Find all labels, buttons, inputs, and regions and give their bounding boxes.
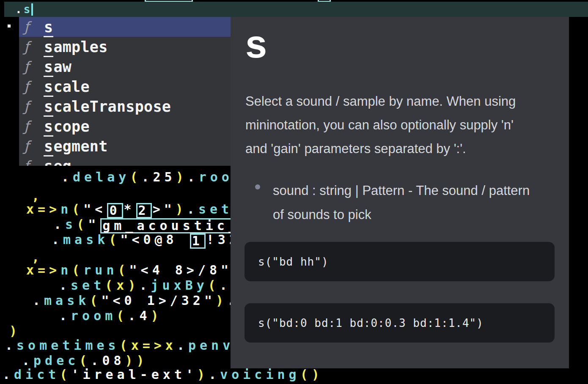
code-token: . <box>59 278 71 293</box>
autocomplete-item-label: saw <box>44 58 71 75</box>
code-token: "<4 8>/8" <box>129 263 233 277</box>
code-token: ) <box>176 170 187 184</box>
function-icon: ƒ <box>24 138 44 154</box>
autocomplete-item-label: s <box>44 19 53 36</box>
code-line[interactable]: .sometimes(x=>x.penv <box>5 338 234 353</box>
code-token: "<0@8 <box>120 232 189 247</box>
typed-text: s <box>24 3 32 16</box>
doc-description-line: and 'gain' parameters separated by ':'. <box>245 137 554 161</box>
code-token: "< <box>83 202 106 217</box>
code-line[interactable]: .mask("<0 1>/32"). <box>33 293 239 308</box>
code-token: dict <box>14 367 60 382</box>
code-token: ( <box>109 232 120 247</box>
code-token: mask <box>44 293 90 308</box>
autocomplete-item-s[interactable]: ƒs <box>19 17 231 37</box>
doc-example-block: s("bd hh") <box>245 242 555 281</box>
autocomplete-item-label: scale <box>44 78 90 95</box>
code-token: . <box>5 338 16 353</box>
active-code-line[interactable]: .s <box>4 2 588 17</box>
code-token: 'ireal-ext' <box>71 367 197 382</box>
bullet-icon <box>255 184 260 189</box>
code-token: "<0 1>/32" <box>101 293 216 308</box>
code-token: . <box>33 293 44 308</box>
code-token: ( <box>116 308 128 323</box>
code-token: room <box>71 308 116 323</box>
doc-example-block: s("bd:0 bd:1 bd:0:0.3 bd:1:1.4") <box>245 303 555 343</box>
code-token: x=> <box>26 202 60 217</box>
code-token: ( <box>208 278 220 293</box>
code-token: set <box>71 278 105 293</box>
code-line[interactable]: .dict('ireal-ext').voicing() <box>3 368 323 382</box>
code-fragment-dot <box>8 25 11 27</box>
code-token: x <box>116 278 128 293</box>
autocomplete-dropdown: ƒsƒsamplesƒsawƒscaleƒscaleTransposeƒscop… <box>19 17 231 166</box>
code-token: ( <box>72 263 83 277</box>
code-token: ) <box>197 367 209 382</box>
code-token: ( <box>130 170 141 184</box>
autocomplete-item-scale[interactable]: ƒscale <box>19 77 231 96</box>
text-cursor <box>31 3 33 16</box>
code-token: x=> <box>26 263 60 277</box>
autocomplete-item-label: segment <box>44 138 108 155</box>
function-icon: ƒ <box>24 78 44 95</box>
code-token: pdec <box>33 353 79 368</box>
doc-description-line: mininotation, you can also optionally su… <box>245 113 554 137</box>
code-token: ) <box>176 202 187 217</box>
code-token: . <box>209 367 220 382</box>
code-token: . <box>187 202 198 217</box>
code-line[interactable]: .set(x).juxBy(.5 <box>59 278 242 293</box>
function-icon: ƒ <box>24 118 44 134</box>
code-line[interactable]: x=>n(run("<4 8>/8" <box>26 263 232 277</box>
code-token: >" <box>153 202 176 217</box>
code-token: ( <box>90 293 101 308</box>
code-line[interactable]: .s("gm_acoustic_b <box>54 217 254 233</box>
doc-example-code: s("bd hh") <box>258 255 329 268</box>
active-event-token: 1 <box>190 233 206 249</box>
code-token: ( <box>77 217 88 232</box>
function-icon: ƒ <box>24 98 44 115</box>
autocomplete-item-samples[interactable]: ƒsamples <box>19 37 231 57</box>
code-line[interactable]: .room(.4) <box>59 309 162 323</box>
code-token: voicing <box>220 367 300 382</box>
autocomplete-item-segment[interactable]: ƒsegment <box>19 136 231 156</box>
autocomplete-item-saw[interactable]: ƒsaw <box>19 57 231 77</box>
code-token: . <box>139 278 151 293</box>
autocomplete-item-seq[interactable]: ƒseq <box>19 156 231 166</box>
autocomplete-item-label: seq <box>44 158 71 166</box>
code-token: . <box>187 170 199 184</box>
code-token: . <box>61 170 73 184</box>
active-event-token: 0 <box>107 203 123 218</box>
code-token: . <box>54 217 65 232</box>
code-token: ( <box>105 278 116 293</box>
code-line[interactable]: .delay(.25).room <box>61 170 245 184</box>
code-token: . <box>3 367 14 382</box>
code-line[interactable]: x=>n("<0*2>").set( <box>26 202 244 218</box>
code-token: mask <box>63 232 109 247</box>
code-token: set <box>198 202 233 217</box>
code-token: ) <box>216 293 227 308</box>
doc-parameter-text: sound : string | Pattern - The sound / p… <box>273 178 554 227</box>
code-line[interactable]: .pdec(.08)) <box>22 354 148 368</box>
autocomplete-item-label: samples <box>44 38 108 55</box>
doc-parameter-line: sound : string | Pattern - The sound / p… <box>273 178 554 203</box>
autocomplete-item-label: scaleTranspose <box>44 98 171 115</box>
code-token: .25 <box>141 170 176 184</box>
code-line[interactable]: .mask("<0@8 1!32 <box>52 233 241 249</box>
typed-dot: . <box>15 3 24 16</box>
doc-parameter: sound : string | Pattern - The sound / p… <box>245 178 554 227</box>
code-token: . <box>52 232 63 247</box>
code-token: penv <box>188 338 234 353</box>
code-token: ) <box>9 324 21 338</box>
code-token: " <box>88 217 99 232</box>
code-token: )) <box>125 353 148 368</box>
doc-example-code: s("bd:0 bd:1 bd:0:0.3 bd:1:1.4") <box>258 317 484 329</box>
code-token: ( <box>79 353 91 368</box>
code-token: n <box>60 263 72 277</box>
autocomplete-item-scaleTranspose[interactable]: ƒscaleTranspose <box>19 96 231 116</box>
doc-parameter-line: of sounds to pick <box>273 203 554 227</box>
autocomplete-item-scope[interactable]: ƒscope <box>19 116 231 136</box>
code-line[interactable]: , <box>32 189 43 203</box>
code-line[interactable]: ) <box>9 324 21 338</box>
code-token: ( <box>120 338 131 353</box>
code-token: ( <box>60 367 71 382</box>
